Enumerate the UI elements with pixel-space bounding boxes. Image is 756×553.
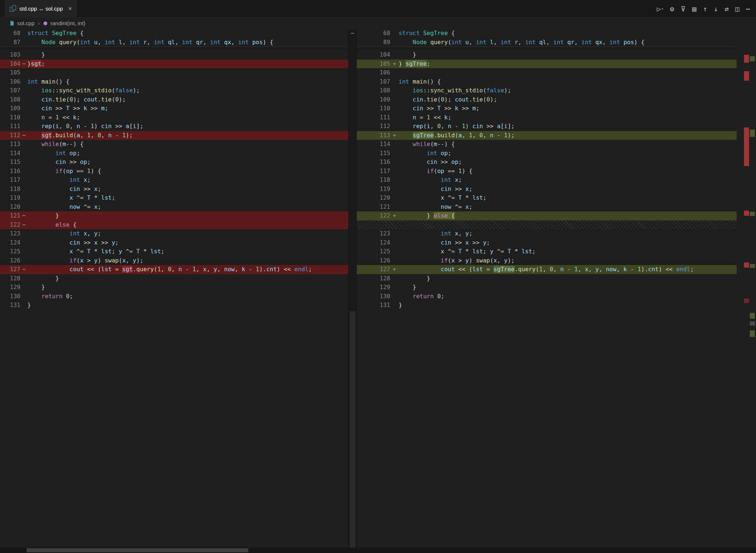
line-number[interactable]: 129 [0,283,20,292]
code-line[interactable]: 113 while(m--) { [0,140,348,149]
line-number[interactable]: 104 [357,50,390,59]
code-line[interactable]: 131} [0,301,348,310]
code-line[interactable]: 118 cin >> x; [0,185,348,194]
code-line[interactable]: 118 int x; [357,176,737,185]
line-number[interactable]: 127 [357,265,390,274]
line-number[interactable]: 125 [0,247,20,256]
code-line[interactable]: 117 int x; [0,176,348,185]
line-number[interactable]: 108 [357,86,390,95]
code-line[interactable]: 103 } [0,50,348,59]
code-area-original[interactable]: 103 }104−}sgt;105106int main() {107 ios:… [0,50,348,310]
code-area-modified[interactable]: 104 }105+} sgTree;106107int main() {108 … [357,50,737,310]
fold-indicator[interactable]: − [349,29,356,38]
close-icon[interactable]: × [68,5,72,12]
line-number[interactable]: 114 [0,149,20,158]
code-line[interactable]: 127+ cout << (lst = sgTree.query(1, 0, n… [357,265,737,274]
line-number[interactable]: 129 [357,283,390,292]
code-line[interactable]: 111 rep(i, 0, n - 1) cin >> a[i]; [0,122,348,131]
code-line[interactable]: 121 now ^= x; [357,203,737,212]
diff-overview-ruler[interactable] [743,29,756,548]
line-number[interactable]: 112 [357,122,390,131]
more-actions-button[interactable]: ⋯ [746,0,750,18]
line-number[interactable]: 110 [357,104,390,113]
line-number[interactable] [357,220,390,230]
line-number[interactable]: 121 [357,203,390,212]
line-number[interactable]: 114 [357,140,390,149]
line-number[interactable]: 103 [0,50,20,59]
line-number[interactable]: 126 [0,256,20,265]
line-number[interactable]: 110 [0,113,20,122]
code-line[interactable]: 126 if(x > y) swap(x, y); [0,256,348,265]
code-line[interactable]: 104 } [357,50,737,59]
code-line[interactable]: 125 x ^= T * lst; y ^= T * lst; [357,247,737,256]
line-number[interactable]: 87 [0,38,20,47]
line-number[interactable]: 115 [357,149,390,158]
horizontal-scrollbar-thumb[interactable] [27,548,248,552]
line-number[interactable]: 111 [357,113,390,122]
line-number[interactable]: 113 [0,140,20,149]
code-line[interactable]: 106int main() { [0,77,348,87]
line-number[interactable]: 122 [0,220,20,230]
line-number[interactable]: 115 [0,158,20,167]
line-number[interactable]: 130 [357,292,390,301]
previous-change-button[interactable]: ↑ [703,0,707,18]
line-number[interactable]: 106 [357,68,390,77]
line-number[interactable]: 125 [357,247,390,256]
line-number[interactable]: 105 [357,59,390,69]
code-line[interactable]: 110 n = 1 << k; [0,113,348,122]
line-number[interactable]: 123 [0,229,20,238]
line-number[interactable]: 107 [357,77,390,87]
code-line[interactable]: 117 if(op == 1) { [357,167,737,176]
code-line[interactable]: 109 cin.tie(0); cout.tie(0); [357,95,737,104]
code-line[interactable]: 105 [0,68,348,77]
line-number[interactable]: 116 [0,167,20,176]
settings-gear-icon[interactable]: ⚙ [670,0,674,18]
breadcrumb-symbol[interactable]: randint(int, int) [50,20,85,26]
breadcrumb-file[interactable]: sol.cpp [17,20,35,26]
code-line[interactable]: 124 cin >> x >> y; [357,238,737,247]
line-number[interactable]: 119 [0,193,20,203]
line-number[interactable]: 126 [357,256,390,265]
code-line[interactable]: 112 rep(i, 0, n - 1) cin >> a[i]; [357,122,737,131]
line-number[interactable]: 105 [0,68,20,77]
line-number[interactable]: 107 [0,86,20,95]
code-line[interactable]: 123 int x, y; [0,229,348,238]
code-line[interactable]: 127− cout << (lst = sgt.query(1, 0, n - … [0,265,348,274]
split-editor-button[interactable]: ◫ [735,0,739,18]
code-line[interactable] [357,220,737,230]
code-line[interactable]: 105+} sgTree; [357,59,737,69]
line-number[interactable]: 104 [0,59,20,69]
code-line[interactable]: 126 if(x > y) swap(x, y); [357,256,737,265]
sticky-line[interactable]: 89 Node query(int u, int l, int r, int q… [357,38,737,47]
line-number[interactable]: 131 [0,301,20,310]
line-number[interactable]: 113 [357,131,390,140]
line-number[interactable]: 117 [357,167,390,176]
code-line[interactable]: 110 cin >> T >> k >> m; [357,104,737,113]
code-line[interactable]: 121− } [0,211,348,220]
line-number[interactable]: 124 [357,238,390,247]
beaker-icon[interactable]: ⊽ [681,0,686,18]
code-line[interactable]: 131} [357,301,737,310]
code-line[interactable]: 116 cin >> op; [357,158,737,167]
line-number[interactable]: 89 [357,38,390,47]
line-number[interactable]: 130 [0,292,20,301]
code-line[interactable]: 115 cin >> op; [0,158,348,167]
code-line[interactable]: 120 x ^= T * lst; [357,193,737,203]
line-number[interactable]: 128 [0,274,20,283]
line-number[interactable]: 111 [0,122,20,131]
line-number[interactable]: 127 [0,265,20,274]
line-number[interactable]: 106 [0,77,20,87]
code-line[interactable]: 130 return 0; [0,292,348,301]
line-number[interactable]: 118 [357,176,390,185]
diff-tab[interactable]: std.cpp ↔ sol.cpp × [5,0,77,17]
code-line[interactable]: 129 } [0,283,348,292]
code-line[interactable]: 104−}sgt; [0,59,348,69]
code-line[interactable]: 119 cin >> x; [357,185,737,194]
code-line[interactable]: 128 } [357,274,737,283]
line-number[interactable]: 119 [357,185,390,194]
code-line[interactable]: 115 int op; [357,149,737,158]
line-number[interactable]: 109 [0,104,20,113]
line-number[interactable]: 121 [0,211,20,220]
line-number[interactable]: 112 [0,131,20,140]
swap-sides-button[interactable]: ⇄ [725,0,729,18]
